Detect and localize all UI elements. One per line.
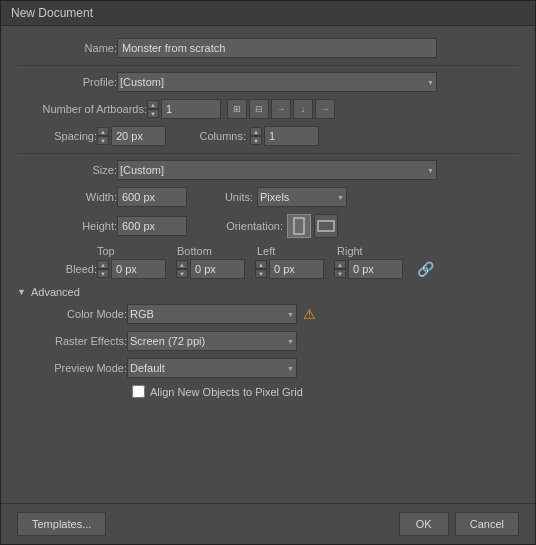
cancel-button[interactable]: Cancel [455,512,519,536]
orientation-label: Orientation: [203,220,283,232]
columns-arrows: ▲ ▼ [250,127,262,145]
profile-select-wrapper: [Custom] Print Web [117,72,437,92]
bleed-bottom-spinner: ▲ ▼ [176,259,245,279]
advanced-section: ▼ Advanced Color Mode: RGB CMYK ⚠ Raster… [17,286,519,398]
units-select[interactable]: Pixels Points Inches Millimeters [257,187,347,207]
columns-input[interactable] [264,126,319,146]
artboards-spinner: ▲ ▼ [147,99,221,119]
bleed-left-down[interactable]: ▼ [255,269,267,278]
preview-label: Preview Mode: [17,362,127,374]
align-checkbox[interactable] [132,385,145,398]
spacing-columns-row: Spacing: ▲ ▼ Columns: ▲ ▼ [17,126,519,146]
bleed-link-icon[interactable]: 🔗 [417,261,434,277]
new-document-dialog: New Document Name: Profile: [Custom] Pri… [0,0,536,545]
size-select-wrapper: [Custom] Letter A4 [117,160,437,180]
spacing-arrows: ▲ ▼ [97,127,109,145]
bleed-bottom-input[interactable] [190,259,245,279]
preview-select[interactable]: Default Pixel Overprint [127,358,297,378]
bleed-inputs-row: Bleed: ▲ ▼ ▲ ▼ [17,259,519,279]
bleed-bottom-up[interactable]: ▲ [176,260,188,269]
bleed-top-arrows: ▲ ▼ [97,260,109,278]
height-label: Height: [17,220,117,232]
preview-row: Preview Mode: Default Pixel Overprint [17,358,519,378]
bleed-right-label: Right [337,245,407,257]
align-checkbox-row: Align New Objects to Pixel Grid [132,385,519,398]
dialog-footer: Templates... OK Cancel [1,503,535,544]
warning-icon: ⚠ [303,306,316,322]
bleed-inputs: ▲ ▼ ▲ ▼ ▲ [97,259,434,279]
columns-spinner: ▲ ▼ [250,126,319,146]
bleed-bottom-label: Bottom [177,245,247,257]
artboards-row: Number of Artboards: ▲ ▼ ⊞ ⊟ → ↓ → [17,99,519,119]
colormode-select-wrapper: RGB CMYK [127,304,297,324]
raster-label: Raster Effects: [17,335,127,347]
columns-down[interactable]: ▼ [250,136,262,145]
grid-icon[interactable]: ⊞ [227,99,247,119]
size-row: Size: [Custom] Letter A4 [17,160,519,180]
landscape-button[interactable] [314,214,338,238]
bleed-right-spinner: ▲ ▼ [334,259,403,279]
bleed-right-down[interactable]: ▼ [334,269,346,278]
columns-label: Columns: [166,130,246,142]
bleed-col-labels: Top Bottom Left Right [97,245,407,257]
ok-button[interactable]: OK [399,512,449,536]
bleed-left-spinner: ▲ ▼ [255,259,324,279]
svg-rect-0 [294,218,304,234]
advanced-header[interactable]: ▼ Advanced [17,286,519,298]
artboards-up[interactable]: ▲ [147,100,159,109]
spacing-spinner: ▲ ▼ [97,126,166,146]
bleed-right-input[interactable] [348,259,403,279]
height-orientation-row: Height: Orientation: [17,214,519,238]
dialog-content: Name: Profile: [Custom] Print Web Number… [1,26,535,503]
colormode-row: Color Mode: RGB CMYK ⚠ [17,304,519,324]
down-icon[interactable]: ↓ [293,99,313,119]
right-icon[interactable]: → [271,99,291,119]
size-label: Size: [17,164,117,176]
height-input[interactable] [117,216,187,236]
bleed-left-input[interactable] [269,259,324,279]
bleed-bottom-arrows: ▲ ▼ [176,260,188,278]
bleed-section: Top Bottom Left Right Bleed: ▲ ▼ [17,245,519,279]
colormode-select[interactable]: RGB CMYK [127,304,297,324]
bleed-left-up[interactable]: ▲ [255,260,267,269]
templates-button[interactable]: Templates... [17,512,106,536]
bleed-top-input[interactable] [111,259,166,279]
bleed-left-label: Left [257,245,327,257]
bleed-label: Bleed: [17,263,97,275]
artboards-label: Number of Artboards: [17,103,147,115]
bleed-top-up[interactable]: ▲ [97,260,109,269]
artboards-down[interactable]: ▼ [147,109,159,118]
orientation-buttons [287,214,341,238]
bleed-top-down[interactable]: ▼ [97,269,109,278]
svg-rect-1 [318,221,334,231]
columns-up[interactable]: ▲ [250,127,262,136]
name-input[interactable] [117,38,437,58]
units-area: Units: Pixels Points Inches Millimeters [203,187,347,207]
raster-select-wrapper: Screen (72 ppi) Medium (150 ppi) High (3… [127,331,297,351]
bleed-header: Top Bottom Left Right [17,245,519,257]
align-checkbox-label[interactable]: Align New Objects to Pixel Grid [150,386,303,398]
units-select-wrapper: Pixels Points Inches Millimeters [257,187,347,207]
artboards-input[interactable] [161,99,221,119]
single-right-icon[interactable]: → [315,99,335,119]
name-row: Name: [17,38,519,58]
spacing-up[interactable]: ▲ [97,127,109,136]
title-bar: New Document [1,1,535,26]
bleed-right-up[interactable]: ▲ [334,260,346,269]
dialog-title: New Document [11,6,93,20]
preview-select-wrapper: Default Pixel Overprint [127,358,297,378]
profile-select[interactable]: [Custom] Print Web [117,72,437,92]
bleed-right-arrows: ▲ ▼ [334,260,346,278]
row-icon[interactable]: ⊟ [249,99,269,119]
raster-row: Raster Effects: Screen (72 ppi) Medium (… [17,331,519,351]
profile-row: Profile: [Custom] Print Web [17,72,519,92]
bleed-bottom-down[interactable]: ▼ [176,269,188,278]
width-units-row: Width: Units: Pixels Points Inches Milli… [17,187,519,207]
artboard-layout-icons: ⊞ ⊟ → ↓ → [227,99,335,119]
width-input[interactable] [117,187,187,207]
spacing-down[interactable]: ▼ [97,136,109,145]
portrait-button[interactable] [287,214,311,238]
raster-select[interactable]: Screen (72 ppi) Medium (150 ppi) High (3… [127,331,297,351]
spacing-input[interactable] [111,126,166,146]
size-select[interactable]: [Custom] Letter A4 [117,160,437,180]
